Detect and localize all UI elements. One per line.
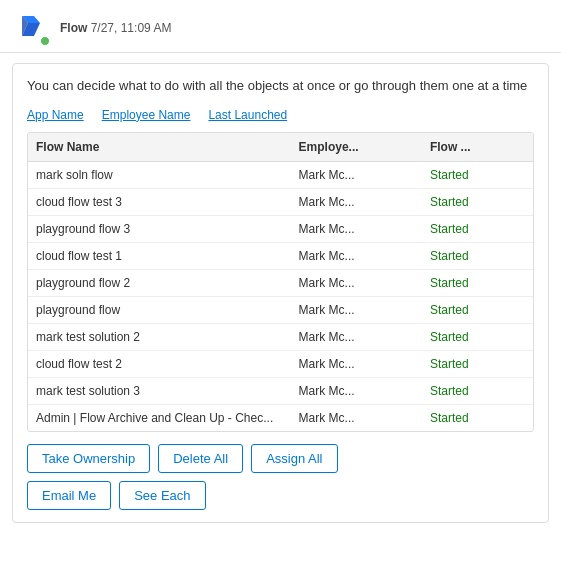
filter-employee-name[interactable]: Employee Name	[102, 108, 191, 122]
cell-flow-name: cloud flow test 2	[28, 350, 291, 377]
cell-employee: Mark Mc...	[291, 188, 422, 215]
cell-flow-name: cloud flow test 3	[28, 188, 291, 215]
table-row: playground flow 3Mark Mc...Started	[28, 215, 533, 242]
cell-flow-name: mark test solution 2	[28, 323, 291, 350]
cell-flow-name: cloud flow test 1	[28, 242, 291, 269]
cell-employee: Mark Mc...	[291, 350, 422, 377]
flows-table-wrap: Flow Name Employe... Flow ... mark soln …	[27, 132, 534, 432]
table-row: mark test solution 3Mark Mc...Started	[28, 377, 533, 404]
cell-flow-name: playground flow 3	[28, 215, 291, 242]
status-dot	[40, 36, 50, 46]
cell-status: Started	[422, 350, 533, 377]
cell-employee: Mark Mc...	[291, 377, 422, 404]
cell-employee: Mark Mc...	[291, 269, 422, 296]
cell-status: Started	[422, 296, 533, 323]
table-row: playground flow 2Mark Mc...Started	[28, 269, 533, 296]
app-name: Flow	[60, 21, 87, 35]
filter-last-launched[interactable]: Last Launched	[208, 108, 287, 122]
table-row: Admin | Flow Archive and Clean Up - Chec…	[28, 404, 533, 431]
description-text: You can decide what to do with all the o…	[27, 76, 534, 96]
cell-employee: Mark Mc...	[291, 404, 422, 431]
top-meta: Flow 7/27, 11:09 AM	[60, 21, 171, 35]
cell-employee: Mark Mc...	[291, 242, 422, 269]
button-row-2: Email Me See Each	[27, 481, 534, 510]
button-row-1: Take Ownership Delete All Assign All	[27, 444, 534, 473]
cell-status: Started	[422, 242, 533, 269]
cell-flow-name: playground flow 2	[28, 269, 291, 296]
cell-flow-name: Admin | Flow Archive and Clean Up - Chec…	[28, 404, 291, 431]
cell-flow-name: playground flow	[28, 296, 291, 323]
assign-all-button[interactable]: Assign All	[251, 444, 337, 473]
main-card: You can decide what to do with all the o…	[12, 63, 549, 523]
take-ownership-button[interactable]: Take Ownership	[27, 444, 150, 473]
cell-status: Started	[422, 377, 533, 404]
table-header-row: Flow Name Employe... Flow ...	[28, 133, 533, 162]
email-me-button[interactable]: Email Me	[27, 481, 111, 510]
table-row: playground flowMark Mc...Started	[28, 296, 533, 323]
cell-status: Started	[422, 323, 533, 350]
col-header-status: Flow ...	[422, 133, 533, 162]
filter-row: App Name Employee Name Last Launched	[27, 108, 534, 122]
table-row: cloud flow test 3Mark Mc...Started	[28, 188, 533, 215]
filter-app-name[interactable]: App Name	[27, 108, 84, 122]
col-header-flow-name: Flow Name	[28, 133, 291, 162]
cell-status: Started	[422, 161, 533, 188]
table-row: cloud flow test 1Mark Mc...Started	[28, 242, 533, 269]
col-header-employee: Employe...	[291, 133, 422, 162]
cell-flow-name: mark test solution 3	[28, 377, 291, 404]
table-row: mark test solution 2Mark Mc...Started	[28, 323, 533, 350]
table-row: cloud flow test 2Mark Mc...Started	[28, 350, 533, 377]
cell-status: Started	[422, 188, 533, 215]
cell-status: Started	[422, 404, 533, 431]
cell-employee: Mark Mc...	[291, 215, 422, 242]
top-bar: Flow 7/27, 11:09 AM	[0, 0, 561, 53]
cell-employee: Mark Mc...	[291, 161, 422, 188]
flow-icon	[14, 10, 50, 46]
cell-status: Started	[422, 269, 533, 296]
cell-employee: Mark Mc...	[291, 296, 422, 323]
cell-flow-name: mark soln flow	[28, 161, 291, 188]
timestamp: 7/27, 11:09 AM	[91, 21, 172, 35]
delete-all-button[interactable]: Delete All	[158, 444, 243, 473]
table-row: mark soln flowMark Mc...Started	[28, 161, 533, 188]
cell-employee: Mark Mc...	[291, 323, 422, 350]
flows-table: Flow Name Employe... Flow ... mark soln …	[28, 133, 533, 431]
see-each-button[interactable]: See Each	[119, 481, 205, 510]
cell-status: Started	[422, 215, 533, 242]
